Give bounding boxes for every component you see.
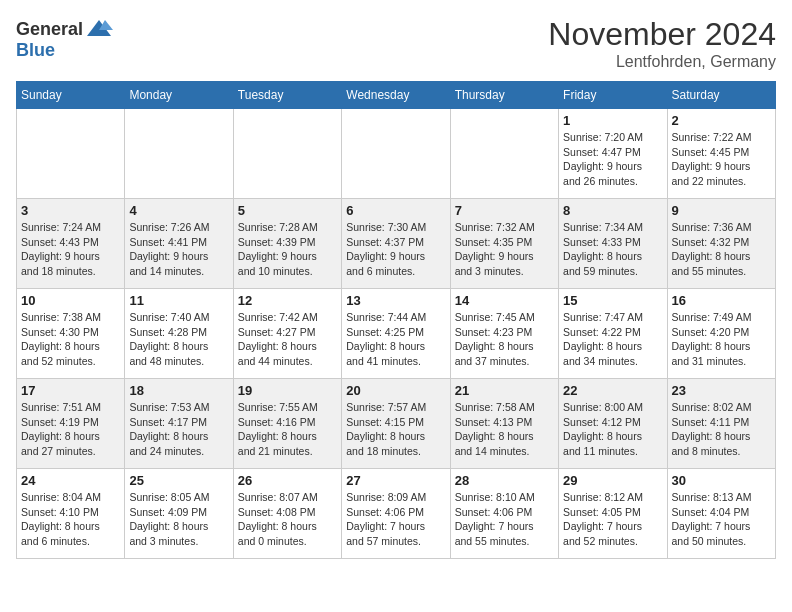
- calendar-cell: 9Sunrise: 7:36 AM Sunset: 4:32 PM Daylig…: [667, 199, 775, 289]
- calendar-cell: 29Sunrise: 8:12 AM Sunset: 4:05 PM Dayli…: [559, 469, 667, 559]
- day-info: Sunrise: 7:30 AM Sunset: 4:37 PM Dayligh…: [346, 220, 445, 279]
- day-number: 1: [563, 113, 662, 128]
- day-number: 6: [346, 203, 445, 218]
- calendar-cell: 2Sunrise: 7:22 AM Sunset: 4:45 PM Daylig…: [667, 109, 775, 199]
- day-number: 18: [129, 383, 228, 398]
- calendar-cell: 7Sunrise: 7:32 AM Sunset: 4:35 PM Daylig…: [450, 199, 558, 289]
- calendar-cell: 23Sunrise: 8:02 AM Sunset: 4:11 PM Dayli…: [667, 379, 775, 469]
- day-info: Sunrise: 7:45 AM Sunset: 4:23 PM Dayligh…: [455, 310, 554, 369]
- day-number: 15: [563, 293, 662, 308]
- calendar-week-4: 17Sunrise: 7:51 AM Sunset: 4:19 PM Dayli…: [17, 379, 776, 469]
- calendar-cell: [125, 109, 233, 199]
- day-number: 3: [21, 203, 120, 218]
- day-number: 5: [238, 203, 337, 218]
- month-title: November 2024: [548, 16, 776, 53]
- calendar-cell: 14Sunrise: 7:45 AM Sunset: 4:23 PM Dayli…: [450, 289, 558, 379]
- calendar-week-2: 3Sunrise: 7:24 AM Sunset: 4:43 PM Daylig…: [17, 199, 776, 289]
- calendar-cell: 21Sunrise: 7:58 AM Sunset: 4:13 PM Dayli…: [450, 379, 558, 469]
- calendar-cell: [233, 109, 341, 199]
- calendar-week-5: 24Sunrise: 8:04 AM Sunset: 4:10 PM Dayli…: [17, 469, 776, 559]
- calendar-cell: 18Sunrise: 7:53 AM Sunset: 4:17 PM Dayli…: [125, 379, 233, 469]
- day-info: Sunrise: 7:44 AM Sunset: 4:25 PM Dayligh…: [346, 310, 445, 369]
- day-info: Sunrise: 8:07 AM Sunset: 4:08 PM Dayligh…: [238, 490, 337, 549]
- weekday-header-sunday: Sunday: [17, 82, 125, 109]
- day-number: 2: [672, 113, 771, 128]
- day-info: Sunrise: 7:57 AM Sunset: 4:15 PM Dayligh…: [346, 400, 445, 459]
- logo-icon: [85, 16, 113, 44]
- calendar-cell: [342, 109, 450, 199]
- calendar-cell: 4Sunrise: 7:26 AM Sunset: 4:41 PM Daylig…: [125, 199, 233, 289]
- day-info: Sunrise: 7:36 AM Sunset: 4:32 PM Dayligh…: [672, 220, 771, 279]
- day-info: Sunrise: 7:47 AM Sunset: 4:22 PM Dayligh…: [563, 310, 662, 369]
- weekday-header-row: SundayMondayTuesdayWednesdayThursdayFrid…: [17, 82, 776, 109]
- day-number: 30: [672, 473, 771, 488]
- day-number: 9: [672, 203, 771, 218]
- day-number: 19: [238, 383, 337, 398]
- calendar-cell: 3Sunrise: 7:24 AM Sunset: 4:43 PM Daylig…: [17, 199, 125, 289]
- day-info: Sunrise: 8:12 AM Sunset: 4:05 PM Dayligh…: [563, 490, 662, 549]
- calendar-cell: 16Sunrise: 7:49 AM Sunset: 4:20 PM Dayli…: [667, 289, 775, 379]
- day-number: 29: [563, 473, 662, 488]
- calendar-cell: 25Sunrise: 8:05 AM Sunset: 4:09 PM Dayli…: [125, 469, 233, 559]
- day-number: 14: [455, 293, 554, 308]
- calendar-cell: 19Sunrise: 7:55 AM Sunset: 4:16 PM Dayli…: [233, 379, 341, 469]
- day-info: Sunrise: 7:42 AM Sunset: 4:27 PM Dayligh…: [238, 310, 337, 369]
- weekday-header-thursday: Thursday: [450, 82, 558, 109]
- day-info: Sunrise: 7:22 AM Sunset: 4:45 PM Dayligh…: [672, 130, 771, 189]
- day-info: Sunrise: 7:32 AM Sunset: 4:35 PM Dayligh…: [455, 220, 554, 279]
- day-number: 17: [21, 383, 120, 398]
- day-info: Sunrise: 7:40 AM Sunset: 4:28 PM Dayligh…: [129, 310, 228, 369]
- day-info: Sunrise: 8:13 AM Sunset: 4:04 PM Dayligh…: [672, 490, 771, 549]
- weekday-header-tuesday: Tuesday: [233, 82, 341, 109]
- day-info: Sunrise: 7:51 AM Sunset: 4:19 PM Dayligh…: [21, 400, 120, 459]
- calendar-cell: [17, 109, 125, 199]
- calendar-cell: 11Sunrise: 7:40 AM Sunset: 4:28 PM Dayli…: [125, 289, 233, 379]
- logo: General Blue: [16, 16, 113, 61]
- day-number: 24: [21, 473, 120, 488]
- calendar-week-3: 10Sunrise: 7:38 AM Sunset: 4:30 PM Dayli…: [17, 289, 776, 379]
- day-number: 7: [455, 203, 554, 218]
- day-number: 28: [455, 473, 554, 488]
- day-info: Sunrise: 7:28 AM Sunset: 4:39 PM Dayligh…: [238, 220, 337, 279]
- calendar-table: SundayMondayTuesdayWednesdayThursdayFrid…: [16, 81, 776, 559]
- calendar-cell: 30Sunrise: 8:13 AM Sunset: 4:04 PM Dayli…: [667, 469, 775, 559]
- day-info: Sunrise: 7:34 AM Sunset: 4:33 PM Dayligh…: [563, 220, 662, 279]
- calendar-cell: 8Sunrise: 7:34 AM Sunset: 4:33 PM Daylig…: [559, 199, 667, 289]
- weekday-header-saturday: Saturday: [667, 82, 775, 109]
- day-info: Sunrise: 8:04 AM Sunset: 4:10 PM Dayligh…: [21, 490, 120, 549]
- calendar-cell: 27Sunrise: 8:09 AM Sunset: 4:06 PM Dayli…: [342, 469, 450, 559]
- calendar-cell: 13Sunrise: 7:44 AM Sunset: 4:25 PM Dayli…: [342, 289, 450, 379]
- day-info: Sunrise: 8:10 AM Sunset: 4:06 PM Dayligh…: [455, 490, 554, 549]
- calendar-cell: 1Sunrise: 7:20 AM Sunset: 4:47 PM Daylig…: [559, 109, 667, 199]
- day-info: Sunrise: 7:24 AM Sunset: 4:43 PM Dayligh…: [21, 220, 120, 279]
- day-number: 4: [129, 203, 228, 218]
- calendar-cell: 12Sunrise: 7:42 AM Sunset: 4:27 PM Dayli…: [233, 289, 341, 379]
- calendar-cell: 17Sunrise: 7:51 AM Sunset: 4:19 PM Dayli…: [17, 379, 125, 469]
- day-info: Sunrise: 7:38 AM Sunset: 4:30 PM Dayligh…: [21, 310, 120, 369]
- calendar-cell: 26Sunrise: 8:07 AM Sunset: 4:08 PM Dayli…: [233, 469, 341, 559]
- day-number: 13: [346, 293, 445, 308]
- calendar-cell: 28Sunrise: 8:10 AM Sunset: 4:06 PM Dayli…: [450, 469, 558, 559]
- weekday-header-monday: Monday: [125, 82, 233, 109]
- calendar-cell: 24Sunrise: 8:04 AM Sunset: 4:10 PM Dayli…: [17, 469, 125, 559]
- day-number: 20: [346, 383, 445, 398]
- location-subtitle: Lentfohrden, Germany: [548, 53, 776, 71]
- calendar-cell: 5Sunrise: 7:28 AM Sunset: 4:39 PM Daylig…: [233, 199, 341, 289]
- calendar-cell: 6Sunrise: 7:30 AM Sunset: 4:37 PM Daylig…: [342, 199, 450, 289]
- day-number: 22: [563, 383, 662, 398]
- calendar-cell: [450, 109, 558, 199]
- page-header: General Blue November 2024 Lentfohrden, …: [16, 16, 776, 71]
- day-info: Sunrise: 8:05 AM Sunset: 4:09 PM Dayligh…: [129, 490, 228, 549]
- day-number: 16: [672, 293, 771, 308]
- day-info: Sunrise: 7:58 AM Sunset: 4:13 PM Dayligh…: [455, 400, 554, 459]
- day-number: 23: [672, 383, 771, 398]
- day-info: Sunrise: 7:55 AM Sunset: 4:16 PM Dayligh…: [238, 400, 337, 459]
- calendar-cell: 10Sunrise: 7:38 AM Sunset: 4:30 PM Dayli…: [17, 289, 125, 379]
- day-number: 21: [455, 383, 554, 398]
- day-number: 12: [238, 293, 337, 308]
- day-info: Sunrise: 8:02 AM Sunset: 4:11 PM Dayligh…: [672, 400, 771, 459]
- logo-general: General: [16, 19, 83, 39]
- day-info: Sunrise: 8:09 AM Sunset: 4:06 PM Dayligh…: [346, 490, 445, 549]
- day-number: 26: [238, 473, 337, 488]
- calendar-cell: 20Sunrise: 7:57 AM Sunset: 4:15 PM Dayli…: [342, 379, 450, 469]
